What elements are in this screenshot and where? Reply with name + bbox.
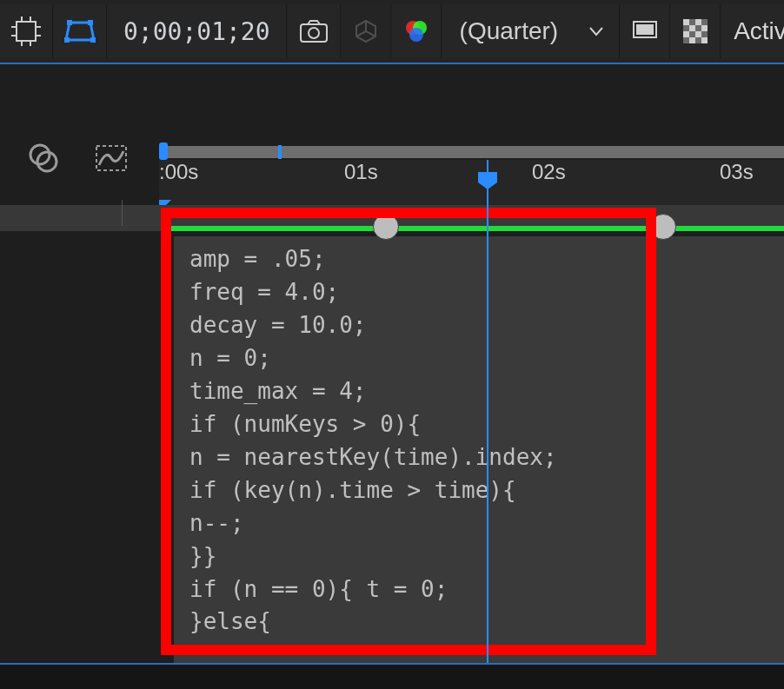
svg-rect-25 <box>701 25 708 31</box>
svg-point-18 <box>409 28 423 42</box>
time-ruler[interactable]: :00s01s02s03s <box>159 160 784 206</box>
draft-3d-button[interactable] <box>342 4 391 58</box>
timeline-utility-icons <box>0 134 156 182</box>
svg-rect-10 <box>67 20 72 25</box>
resolution-label: (Quarter) <box>460 17 559 45</box>
cube-icon <box>353 18 379 44</box>
graph-editor-icon[interactable] <box>94 142 129 174</box>
svg-rect-26 <box>683 31 689 37</box>
svg-rect-22 <box>683 19 689 25</box>
active-camera-dropdown[interactable]: Active C <box>721 4 784 58</box>
work-area-marker[interactable] <box>278 145 282 159</box>
chevron-down-icon <box>588 23 605 40</box>
region-of-interest-button[interactable] <box>0 4 53 58</box>
timeline-panel: :00s01s02s03s amp = .05; freq = 4.0; dec… <box>0 64 784 689</box>
svg-rect-27 <box>695 31 701 37</box>
ruler-tick: 02s <box>532 160 566 184</box>
work-area-bar[interactable] <box>159 146 784 158</box>
rgb-channels-icon <box>403 18 429 44</box>
svg-rect-28 <box>689 37 695 43</box>
camera-icon <box>299 19 329 43</box>
footer-bar <box>0 663 784 689</box>
current-time-display[interactable]: 0;00;01;20 <box>108 4 287 58</box>
preview-toolbar: 0;00;01;20 (Quarter) <box>0 0 784 64</box>
mask-path-toggle-button[interactable] <box>54 4 107 58</box>
svg-rect-0 <box>17 22 36 41</box>
snapshot-button[interactable] <box>288 4 341 58</box>
svg-rect-24 <box>689 25 695 31</box>
annotation-highlight-box <box>161 208 656 655</box>
resolution-dropdown[interactable]: (Quarter) <box>442 4 621 58</box>
svg-point-15 <box>309 28 319 38</box>
svg-rect-23 <box>695 19 701 25</box>
app-root: 0;00;01;20 (Quarter) <box>0 0 784 689</box>
ruler-tick: :00s <box>159 160 198 184</box>
svg-rect-11 <box>88 20 93 25</box>
ruler-tick: 03s <box>720 160 754 184</box>
svg-rect-20 <box>636 24 654 35</box>
panel-divider <box>122 200 123 226</box>
checker-icon <box>683 19 708 43</box>
svg-rect-12 <box>64 37 70 43</box>
ruler-tick: 01s <box>344 160 378 184</box>
render-queue-icon[interactable] <box>28 142 59 174</box>
fast-previews-button[interactable] <box>392 4 442 58</box>
svg-rect-13 <box>90 37 96 43</box>
playhead[interactable] <box>487 160 488 689</box>
transparency-grid-b-button[interactable] <box>671 4 721 58</box>
svg-rect-29 <box>701 37 708 43</box>
transparency-grid-a-button[interactable] <box>621 4 670 58</box>
monitor-icon <box>632 20 658 43</box>
